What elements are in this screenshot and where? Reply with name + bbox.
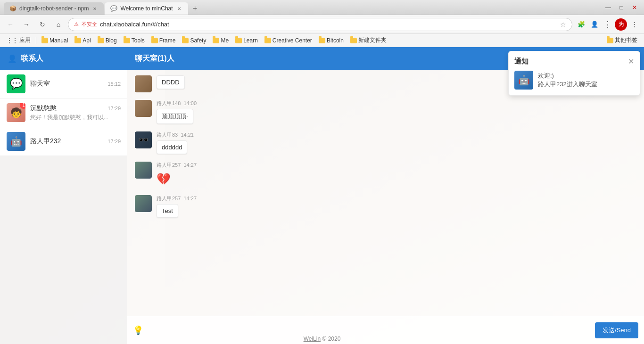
back-button[interactable]: ←	[4, 18, 17, 31]
message-body: 路人甲257 14:27 Test	[157, 195, 636, 218]
new-tab-button[interactable]: +	[189, 2, 201, 15]
contact-info: 路人甲232 17:29	[30, 137, 121, 146]
bookmark-me[interactable]: Me	[210, 36, 231, 45]
chat-messages[interactable]: DDDD 路人甲148 14:00 顶顶顶顶·	[127, 70, 644, 316]
contacts-header-icon: 👤	[8, 54, 17, 63]
tab-minchat-favicon: 💬	[110, 5, 117, 12]
bookmark-learn[interactable]: Learn	[232, 36, 261, 45]
message-bubble: 💔	[157, 171, 171, 188]
apps-label: 应用	[19, 36, 31, 44]
bookmark-bitcoin[interactable]: Bitcoin	[316, 36, 347, 45]
close-button[interactable]: ✕	[629, 2, 640, 13]
url-bar[interactable]: ⚠ 不安全 chat.xiaobaicai.fun/#/chat ☆	[68, 18, 572, 31]
apps-launcher[interactable]: ⋮⋮ 应用	[4, 35, 33, 45]
profile-avatar[interactable]: 为	[615, 18, 627, 31]
tab-npm-label: dingtalk-robot-sender - npm	[19, 5, 89, 12]
bookmark-manual[interactable]: Manual	[39, 36, 71, 45]
message-avatar	[135, 100, 152, 117]
glasses-avatar-icon: 🕶️	[135, 131, 152, 148]
folder-icon	[235, 38, 242, 43]
more-settings-icon[interactable]: ⋮	[602, 18, 614, 31]
bookmark-blog[interactable]: Blog	[95, 36, 120, 45]
notification-close-button[interactable]: ✕	[628, 57, 634, 66]
bookmark-safety[interactable]: Safety	[179, 36, 209, 45]
tab-npm[interactable]: 📦 dingtalk-robot-sender - npm ✕	[4, 2, 104, 15]
message-bubble: 顶顶顶顶·	[157, 109, 193, 124]
insecure-label: 不安全	[82, 21, 97, 28]
bookmark-label: Blog	[106, 37, 117, 44]
bookmark-label: Manual	[50, 37, 68, 44]
other-bookmarks-label: 其他书签	[615, 36, 637, 44]
bookmark-api[interactable]: Api	[72, 36, 93, 45]
forward-button[interactable]: →	[20, 18, 33, 31]
brown-avatar-icon	[135, 100, 152, 117]
extensions-icon[interactable]: 🧩	[575, 18, 587, 31]
footer-copyright: © 2020	[322, 336, 340, 342]
message-item: 路人甲257 14:27 Test	[135, 195, 636, 218]
window-controls: — □ ✕	[603, 2, 640, 13]
bookmark-tools[interactable]: Tools	[121, 36, 148, 45]
contact-silent[interactable]: 🧒 1 沉默憨憨 17:29 您好！我是沉默憨憨，我可以...	[0, 98, 127, 127]
url-text: chat.xiaobaicai.fun/#/chat	[100, 21, 557, 28]
home-button[interactable]: ⌂	[52, 18, 65, 31]
send-button[interactable]: 发送/Send	[595, 322, 638, 338]
contact-stranger232[interactable]: 🤖 路人甲232 17:29	[0, 127, 127, 156]
folder-icon	[98, 38, 104, 43]
bookmark-new-folder[interactable]: 新建文件夹	[347, 35, 389, 45]
contact-preview: 您好！我是沉默憨憨，我可以...	[30, 114, 121, 122]
bookmarks-bar: ⋮⋮ 应用 Manual Api Blog Tools Frame Safety…	[0, 34, 644, 47]
bookmark-label: Me	[221, 37, 229, 44]
bookmark-frame[interactable]: Frame	[149, 36, 179, 45]
bookmark-label: Tools	[132, 37, 145, 44]
contact-info: 聊天室 15:12	[30, 80, 121, 88]
contact-time: 17:29	[107, 139, 121, 144]
brown-avatar-icon	[135, 75, 152, 92]
hand-avatar-icon	[135, 162, 152, 179]
chat-title: 聊天室(1)人	[135, 54, 174, 64]
notification-body: 🤖 欢迎:) 路人甲232进入聊天室	[514, 71, 634, 90]
contact-name-row: 路人甲232 17:29	[30, 137, 121, 146]
contact-chatroom[interactable]: 💬 聊天室 15:12	[0, 70, 127, 98]
account-icon[interactable]: 👤	[588, 18, 601, 31]
message-bubble: Test	[157, 204, 178, 218]
message-meta: 路人甲257 14:27	[157, 195, 636, 202]
bookmark-star-icon[interactable]: ☆	[560, 21, 566, 28]
tab-minchat-close[interactable]: ✕	[176, 5, 182, 12]
footer-link[interactable]: WeiLin	[304, 336, 321, 342]
chat-footer: 💡 发送/Send	[127, 316, 644, 344]
notification-title: 通知	[514, 57, 528, 66]
lightbulb-icon[interactable]: 💡	[133, 325, 143, 336]
tab-npm-close[interactable]: ✕	[91, 5, 98, 12]
message-avatar	[135, 162, 152, 179]
folder-icon	[41, 38, 48, 43]
contact-info: 沉默憨憨 17:29 您好！我是沉默憨憨，我可以...	[30, 104, 121, 122]
message-sender: 路人甲148	[157, 100, 181, 106]
other-bookmarks[interactable]: 其他书签	[604, 35, 640, 45]
contact-name: 聊天室	[30, 80, 50, 88]
contact-name-row: 聊天室 15:12	[30, 80, 121, 88]
maximize-button[interactable]: □	[616, 2, 627, 13]
folder-icon	[213, 38, 219, 43]
notification-avatar: 🤖	[514, 71, 533, 90]
contacts-header-label: 联系人	[21, 54, 43, 64]
bookmark-creative-center[interactable]: Creative Center	[262, 36, 315, 45]
chat-input-area: 💡	[133, 325, 591, 336]
tab-minchat[interactable]: 💬 Welcome to minChat ✕	[105, 2, 188, 15]
notification-popup: 通知 ✕ 🤖 欢迎:) 路人甲232进入聊天室	[508, 51, 640, 96]
menu-button[interactable]: ⋮	[628, 18, 640, 31]
contact-name-row: 沉默憨憨 17:29	[30, 104, 121, 113]
contacts-header: 👤 联系人	[0, 47, 127, 70]
bookmarks-divider	[36, 37, 36, 44]
contact-time: 15:12	[107, 81, 121, 87]
notification-greeting: 欢迎:)	[538, 72, 597, 80]
minimize-button[interactable]: —	[603, 2, 614, 13]
message-bubble: dddddd	[157, 140, 187, 154]
message-item: 🕶️ 路人甲83 14:21 dddddd	[135, 131, 636, 154]
bookmark-label: Bitcoin	[327, 37, 344, 44]
notification-message: 欢迎:) 路人甲232进入聊天室	[538, 72, 597, 89]
message-avatar	[135, 75, 152, 92]
message-sender: 路人甲83	[157, 132, 178, 138]
main-content: 👤 联系人 💬 聊天室 15:12 🧒 1 沉默憨憨	[0, 47, 644, 344]
reload-button[interactable]: ↻	[36, 18, 49, 31]
bookmark-label: Frame	[159, 37, 176, 44]
